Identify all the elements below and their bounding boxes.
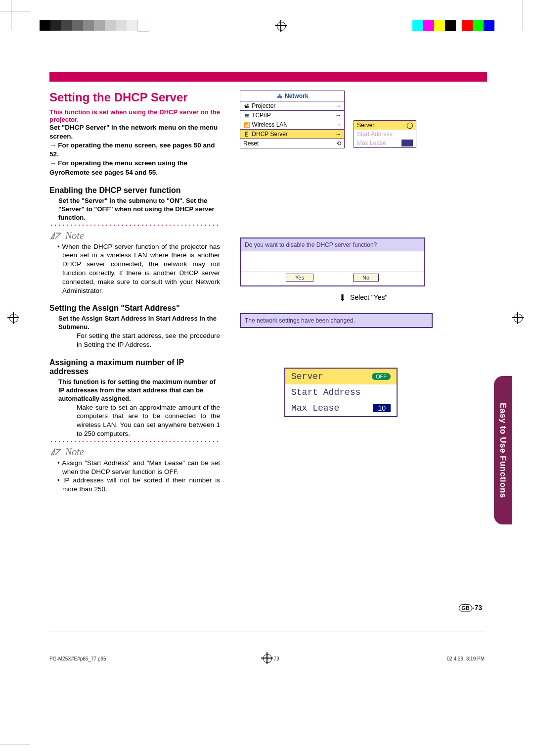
section-sub: Set the "Server" in the submenu to "ON".…	[58, 197, 220, 222]
select-yes-instruction: ⬇ Select "Yes"	[339, 292, 487, 303]
note-header: Note	[49, 230, 220, 241]
note-header: Note	[49, 446, 220, 458]
divider-dots	[49, 224, 220, 226]
no-button[interactable]: No	[353, 274, 379, 282]
submenu-max-disabled: Max Lease.	[354, 139, 416, 147]
menu-item-projector[interactable]: 📽 Projector→	[240, 101, 344, 111]
tcpip-icon: 💻	[243, 113, 250, 119]
reset-icon: ⟲	[336, 140, 341, 147]
dialog-question: Do you want to disable the DHCP server f…	[241, 238, 424, 251]
intro-text: This function is set when using the DHCP…	[49, 108, 220, 123]
projector-icon: 📽	[243, 103, 250, 109]
footer-date: 02.4.29, 3:19 PM	[447, 656, 485, 662]
registration-bar	[40, 20, 494, 32]
registration-mark-icon	[275, 20, 287, 32]
menu-item-dhcp[interactable]: 🗄 DHCP Server→	[240, 130, 344, 139]
section-tab: Easy to Use Functions	[494, 376, 512, 524]
note-label: Note	[65, 446, 84, 458]
submenu-start[interactable]: Start Address	[285, 384, 397, 400]
body-text: For setting the start address, see the p…	[77, 331, 220, 349]
toggle-icon: ◯	[406, 122, 413, 129]
section-heading: Assigning a maximum number of IP address…	[49, 358, 220, 376]
submenu-start-disabled: Start Address	[354, 130, 416, 139]
note-text: • Assign "Start Address" and "Max Lease"…	[49, 459, 220, 476]
dhcp-submenu-preview: Server◯ Start Address Max Lease.	[354, 120, 416, 148]
menu-title: 🖧 Network	[240, 91, 344, 101]
down-arrow-icon: ⬇	[339, 292, 346, 303]
submenu-server[interactable]: ServerOFF	[285, 369, 397, 384]
dhcp-submenu: ServerOFF Start Address Max Lease10	[284, 368, 398, 417]
confirm-dialog: Do you want to disable the DHCP server f…	[240, 237, 425, 286]
body-text: → For operating the menu screen, see pag…	[49, 141, 220, 159]
section-sub: This function is for setting the maximum…	[58, 378, 220, 403]
confirmation-banner: The network settings have been changed.	[240, 313, 433, 328]
grayscale-swatches	[40, 20, 149, 32]
divider-dots	[49, 440, 220, 442]
max-lease-value: 10	[373, 404, 391, 412]
off-badge: OFF	[372, 373, 391, 380]
section-heading: Enabling the DHCP server function	[49, 186, 220, 195]
page-number: GB-73	[459, 604, 482, 612]
wireless-icon: 📶	[243, 122, 250, 128]
footer-file: PG-M25X#E#p65_77.p65	[49, 656, 106, 662]
menu-item-wireless[interactable]: 📶 Wireless LAN→	[240, 120, 344, 130]
submenu-max[interactable]: Max Lease10	[285, 400, 397, 416]
note-label: Note	[65, 230, 84, 241]
network-menu: 🖧 Network 📽 Projector→ 💻 TCP/IP→ 📶 Wirel…	[240, 91, 345, 148]
note-text: • IP addresses will not be sorted if the…	[49, 476, 220, 494]
note-text: • When the DHCP server function of the p…	[49, 242, 220, 295]
registration-mark-icon	[7, 312, 22, 327]
menu-item-reset[interactable]: Reset⟲	[240, 139, 344, 148]
page-title: Setting the DHCP Server	[49, 91, 220, 104]
body-text: Set "DHCP Server" in the network menu on…	[49, 123, 220, 141]
dhcp-icon: 🗄	[243, 132, 250, 138]
yes-button[interactable]: Yes	[286, 274, 313, 282]
note-icon	[49, 447, 62, 457]
footer-page: 73	[274, 656, 279, 662]
submenu-server[interactable]: Server◯	[354, 121, 416, 130]
color-swatches	[412, 20, 494, 31]
body-text: Make sure to set an approximate amount o…	[77, 403, 220, 438]
section-sub: Set the Assign Start Address in Start Ad…	[58, 315, 220, 331]
header-bar	[49, 72, 487, 82]
body-text: → For operating the menu screen using th…	[49, 159, 220, 177]
footer: PG-M25X#E#p65_77.p65 73 02.4.29, 3:19 PM	[49, 631, 485, 662]
registration-mark-icon	[512, 312, 527, 327]
menu-item-tcpip[interactable]: 💻 TCP/IP→	[240, 111, 344, 120]
section-heading: Setting the Assign "Start Address"	[49, 304, 220, 313]
note-icon	[49, 231, 62, 240]
network-icon: 🖧	[276, 94, 283, 99]
